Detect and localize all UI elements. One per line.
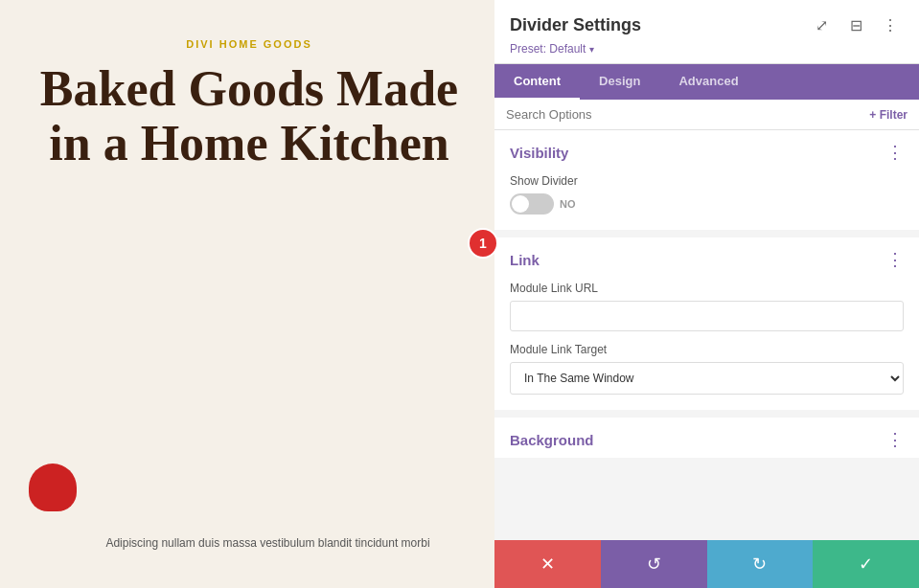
settings-panel: Divider Settings ⤢ ⊟ ⋮ Preset: Default C…	[494, 0, 919, 588]
show-divider-label: Show Divider	[510, 174, 904, 188]
panel-tabs: Content Design Advanced	[494, 64, 919, 100]
undo-icon: ↺	[647, 554, 661, 575]
tab-design[interactable]: Design	[580, 64, 659, 100]
visibility-title: Visibility	[510, 145, 568, 161]
panel-icons: ⤢ ⊟ ⋮	[808, 11, 904, 38]
redo-icon: ↻	[752, 554, 767, 575]
tab-content[interactable]: Content	[494, 64, 580, 100]
filter-button[interactable]: + Filter	[869, 108, 908, 122]
visibility-menu-icon[interactable]: ⋮	[886, 144, 904, 161]
panel-header: Divider Settings ⤢ ⊟ ⋮ Preset: Default	[494, 0, 919, 64]
panel-title: Divider Settings	[510, 15, 641, 35]
preset-selector[interactable]: Preset: Default	[510, 42, 904, 56]
background-section: Background ⋮	[494, 418, 919, 458]
link-section: Link ⋮ Module Link URL Module Link Targe…	[494, 237, 919, 410]
fullscreen-icon[interactable]: ⤢	[808, 11, 835, 38]
annotation-1: 1	[468, 228, 498, 259]
brand-label: DIVI HOME GOODS	[186, 38, 311, 50]
more-options-icon[interactable]: ⋮	[877, 11, 904, 38]
module-link-url-input[interactable]	[510, 301, 904, 331]
panel-body: Visibility ⋮ Show Divider NO Link ⋮ Modu…	[494, 130, 919, 588]
background-section-header[interactable]: Background ⋮	[494, 418, 919, 458]
module-link-target-label: Module Link Target	[510, 343, 904, 356]
search-input[interactable]	[506, 107, 869, 122]
visibility-section: Visibility ⋮ Show Divider NO	[494, 130, 919, 230]
save-button[interactable]: ✓	[813, 540, 919, 588]
strawberry-icon	[29, 464, 77, 511]
page-subtitle: Adipiscing nullam duis massa vestibulum …	[29, 536, 507, 550]
background-title: Background	[510, 432, 594, 448]
module-link-target-select[interactable]: In The Same WindowIn The New Tab	[510, 362, 904, 395]
link-section-header[interactable]: Link ⋮	[494, 237, 919, 278]
page-title: Baked Goods Made in a Home Kitchen	[29, 61, 470, 170]
visibility-body: Show Divider NO	[494, 170, 919, 230]
link-menu-icon[interactable]: ⋮	[886, 251, 904, 268]
link-title: Link	[510, 252, 540, 268]
link-body: Module Link URL Module Link Target In Th…	[494, 278, 919, 410]
show-divider-toggle[interactable]	[510, 193, 554, 215]
visibility-section-header[interactable]: Visibility ⋮	[494, 130, 919, 170]
module-link-url-label: Module Link URL	[510, 282, 904, 295]
tab-advanced[interactable]: Advanced	[659, 64, 757, 100]
save-icon: ✓	[859, 554, 873, 575]
food-illustration	[29, 464, 105, 540]
cancel-button[interactable]: ✕	[494, 540, 601, 588]
panel-footer: ✕ ↺ ↻ ✓	[494, 540, 919, 588]
redo-button[interactable]: ↻	[707, 540, 814, 588]
search-bar: + Filter	[494, 100, 919, 130]
show-divider-toggle-wrap: NO	[510, 193, 904, 215]
undo-button[interactable]: ↺	[601, 540, 707, 588]
cancel-icon: ✕	[540, 554, 555, 575]
background-menu-icon[interactable]: ⋮	[886, 431, 904, 448]
columns-icon[interactable]: ⊟	[842, 11, 869, 38]
toggle-no-label: NO	[560, 198, 576, 210]
